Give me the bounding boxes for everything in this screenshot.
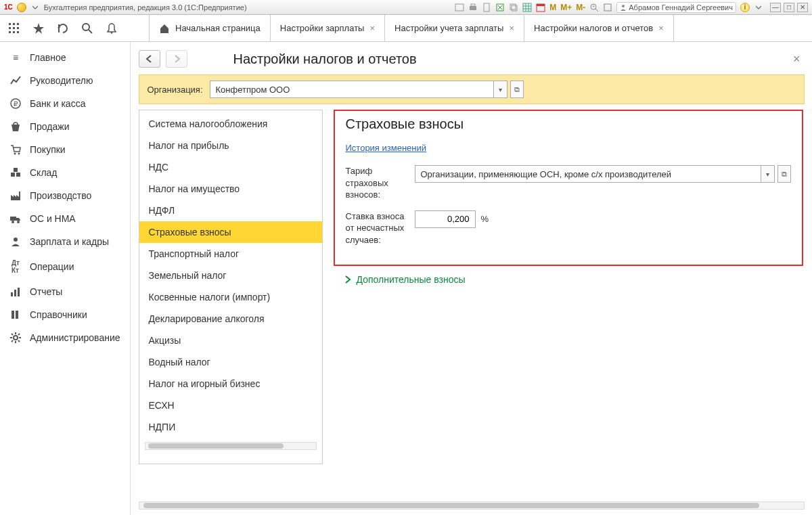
org-select[interactable]: Конфетпром ООО — [210, 81, 494, 98]
org-value: Конфетпром ООО — [216, 85, 290, 95]
category-item[interactable]: Акцизы — [139, 330, 322, 351]
svg-rect-38 — [11, 292, 13, 296]
sidebar-item-label: Операции — [30, 261, 74, 272]
tab-close-icon[interactable]: × — [509, 23, 514, 33]
sidebar-item-label: Отчеты — [30, 286, 62, 297]
sidebar-item-reports[interactable]: Отчеты — [0, 280, 130, 303]
window-close-button[interactable]: ✕ — [797, 3, 808, 12]
sidebar-item-bank[interactable]: ₽Банк и касса — [0, 92, 130, 115]
svg-rect-41 — [12, 311, 14, 319]
window-maximize-button[interactable]: □ — [784, 3, 794, 12]
sidebar-item-main[interactable]: ≡Главное — [0, 46, 130, 69]
tarif-dropdown-button[interactable]: ▾ — [761, 165, 775, 183]
tab-home[interactable]: Начальная страница — [149, 15, 270, 41]
nav-back-button[interactable] — [139, 50, 160, 68]
main-horizontal-scrollbar[interactable] — [139, 501, 805, 510]
category-item[interactable]: ЕСХН — [139, 395, 322, 416]
svg-line-48 — [12, 334, 13, 335]
tab-close-icon[interactable]: × — [658, 23, 664, 33]
rate-input[interactable] — [415, 210, 476, 228]
apps-grid-icon[interactable] — [8, 22, 20, 35]
orb-dropdown-icon[interactable] — [30, 3, 40, 12]
category-item[interactable]: Косвенные налоги (импорт) — [139, 286, 322, 308]
history-link[interactable]: История изменений — [346, 143, 427, 153]
tool-grid-icon[interactable] — [522, 3, 532, 12]
tab-home-label: Начальная страница — [175, 23, 261, 33]
window-minimize-button[interactable]: — — [770, 3, 781, 12]
tool-copy-icon[interactable] — [509, 3, 518, 12]
section-title: Страховые взносы — [346, 116, 791, 132]
svg-rect-22 — [13, 31, 15, 33]
app-orb-icon[interactable] — [17, 3, 26, 12]
sidebar-item-label: Администрирование — [30, 332, 120, 343]
sidebar-item-directories[interactable]: Справочники — [0, 303, 130, 326]
category-item[interactable]: НДС — [139, 156, 322, 178]
sidebar-item-purchases[interactable]: Покупки — [0, 138, 130, 161]
tool-mminus-icon[interactable]: M- — [576, 3, 585, 12]
sidebar-item-admin[interactable]: Администрирование — [0, 326, 130, 349]
tool-print-icon[interactable] — [468, 3, 478, 12]
tool-m-icon[interactable]: M — [549, 3, 556, 12]
category-item[interactable]: Земельный налог — [139, 265, 322, 286]
tool-calendar-icon[interactable] — [536, 3, 545, 12]
tab-salary-accounting-settings[interactable]: Настройки учета зарплаты × — [384, 15, 524, 41]
svg-line-49 — [18, 340, 20, 342]
svg-point-14 — [622, 5, 625, 7]
svg-point-37 — [14, 238, 18, 242]
tool-preview-icon[interactable] — [455, 3, 464, 12]
info-dropdown-icon[interactable] — [754, 3, 763, 12]
search-icon[interactable] — [81, 22, 93, 35]
tool-zoom-icon[interactable]: + — [589, 3, 599, 12]
sidebar-item-production[interactable]: Производство — [0, 184, 130, 207]
tool-mplus-icon[interactable]: M+ — [560, 3, 572, 12]
info-icon[interactable]: i — [740, 3, 750, 12]
svg-point-26 — [111, 32, 113, 34]
category-item[interactable]: Водный налог — [139, 351, 322, 373]
category-item[interactable]: Страховые взносы — [139, 221, 322, 243]
sidebar-item-warehouse[interactable]: Склад — [0, 161, 130, 184]
truck-icon — [9, 213, 22, 224]
category-item[interactable]: НДФЛ — [139, 200, 322, 221]
svg-text:+: + — [592, 4, 595, 9]
tab-salary-settings[interactable]: Настройки зарплаты × — [270, 15, 384, 41]
svg-rect-31 — [11, 173, 15, 177]
category-item[interactable]: Декларирование алкоголя — [139, 308, 322, 330]
tool-excel-icon[interactable] — [495, 3, 505, 12]
org-dropdown-button[interactable]: ▾ — [494, 81, 508, 98]
svg-rect-15 — [9, 23, 11, 25]
page-close-button[interactable]: × — [793, 52, 800, 66]
bell-icon[interactable] — [106, 22, 118, 35]
sidebar-item-manager[interactable]: Руководителю — [0, 69, 130, 92]
tarif-select[interactable]: Организации, применяющие ОСН, кроме с/х … — [415, 165, 761, 183]
history-icon[interactable] — [57, 22, 69, 35]
category-item[interactable]: Налог на игорный бизнес — [139, 373, 322, 395]
ruble-icon: ₽ — [9, 98, 22, 109]
svg-point-30 — [18, 153, 20, 155]
category-item[interactable]: Система налогообложения — [139, 113, 322, 135]
nav-forward-button[interactable] — [166, 50, 187, 68]
category-item[interactable]: Налог на прибыль — [139, 135, 322, 156]
favorite-icon[interactable] — [32, 22, 45, 35]
sidebar-item-label: Главное — [30, 52, 66, 63]
sidebar-item-label: Продажи — [30, 121, 69, 132]
user-chip[interactable]: Абрамов Геннадий Сергеевич — [616, 2, 736, 13]
category-item[interactable]: Налог на имущество — [139, 178, 322, 200]
sidebar-item-label: Зарплата и кадры — [30, 236, 109, 247]
tool-window-icon[interactable] — [603, 3, 612, 12]
category-item[interactable]: НДПИ — [139, 416, 322, 438]
category-item[interactable]: Транспортный налог — [139, 243, 322, 265]
org-open-button[interactable]: ⧉ — [510, 81, 524, 98]
category-horizontal-scrollbar[interactable] — [145, 442, 317, 450]
sidebar-item-label: Справочники — [30, 309, 87, 320]
sidebar-item-sales[interactable]: Продажи — [0, 115, 130, 138]
tab-close-icon[interactable]: × — [369, 23, 375, 33]
sidebar-item-assets[interactable]: ОС и НМА — [0, 207, 130, 230]
app-title: Бухгалтерия предприятия, редакция 3.0 (1… — [44, 3, 247, 12]
tab-tax-report-settings[interactable]: Настройки налогов и отчетов × — [524, 15, 674, 41]
sidebar-item-hr[interactable]: Зарплата и кадры — [0, 230, 130, 253]
tool-doc-icon[interactable] — [482, 3, 491, 12]
tarif-open-button[interactable]: ⧉ — [777, 165, 791, 183]
category-list: Система налогообложенияНалог на прибыльН… — [139, 110, 323, 464]
sidebar-item-operations[interactable]: ДтКтОперации — [0, 253, 130, 280]
additional-contributions-toggle[interactable]: Дополнительные взносы — [344, 274, 803, 285]
